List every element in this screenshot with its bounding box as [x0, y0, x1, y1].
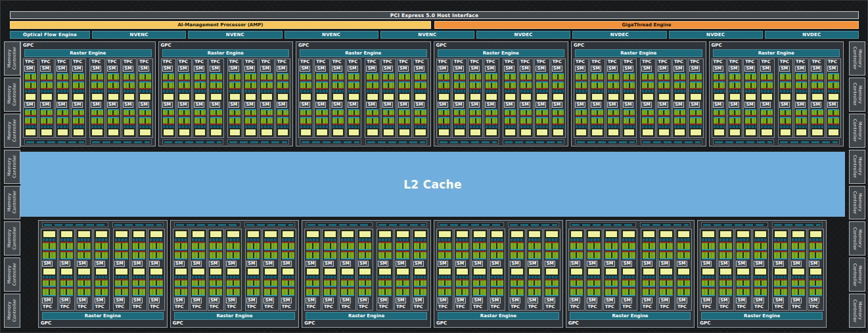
sm-label: SM — [536, 66, 546, 72]
sm-green-unit — [545, 288, 559, 296]
sm-green-unit — [576, 109, 587, 117]
sm-green-unit — [473, 279, 486, 288]
tpc-block: TPCSMSM — [245, 229, 262, 311]
dashed-teal-bar — [306, 222, 372, 227]
tpc-block: TPCSMSM — [752, 229, 769, 311]
teal-strip — [587, 249, 601, 250]
red-strip — [624, 88, 635, 89]
core-array — [505, 118, 516, 123]
sm-green-unit — [660, 251, 673, 259]
sm-green-unit — [247, 242, 260, 250]
sm-green-unit — [91, 73, 103, 81]
tpc-label: TPC — [210, 59, 222, 65]
core-array — [576, 118, 587, 123]
sm-block: SM — [773, 230, 788, 267]
teal-strip — [378, 258, 392, 259]
yellow-unit — [622, 268, 635, 275]
sm-label: SM — [791, 298, 802, 303]
teal-divider-bar — [78, 238, 91, 241]
teal-strip — [264, 249, 277, 250]
sm-green-unit — [43, 288, 56, 296]
teal-divider-bar — [348, 125, 359, 128]
core-array — [91, 83, 103, 88]
sm-header: SM — [348, 66, 360, 72]
teal-strip — [438, 249, 451, 250]
yellow-unit — [150, 231, 163, 238]
red-strip — [591, 115, 603, 116]
sm-label: SM — [689, 102, 700, 108]
sm-core-area — [504, 108, 516, 137]
sm-header: SM — [510, 261, 524, 267]
sm-green-unit — [139, 109, 150, 117]
sm-core-area — [162, 72, 175, 101]
memory-controller-block: Memory Controller — [849, 114, 865, 148]
teal-divider-bar — [796, 125, 807, 128]
teal-strip — [737, 295, 750, 296]
sm-green-unit — [163, 117, 174, 125]
sm-core-area — [438, 72, 450, 101]
gpu-die-diagram: { "title_bars": { "host_interface": "PCI… — [0, 0, 868, 333]
sm-label: SM — [744, 66, 755, 72]
teal-strip — [359, 258, 372, 259]
sm-label: SM — [57, 66, 67, 72]
sm-green-unit — [792, 288, 805, 296]
yellow-unit — [528, 231, 541, 238]
core-array — [576, 74, 587, 79]
sm-core-area — [42, 267, 57, 298]
teal-strip — [210, 249, 223, 250]
core-array — [528, 289, 541, 295]
core-array — [316, 83, 327, 88]
red-strip — [658, 88, 670, 89]
teal-divider-bar — [729, 90, 741, 93]
red-strip — [780, 115, 791, 116]
core-array — [43, 252, 56, 258]
tpc-block: TPCSMSM — [484, 58, 499, 138]
sm-core-area — [60, 267, 74, 298]
sm-green-unit — [210, 81, 221, 89]
sm-green-unit — [210, 288, 223, 296]
teal-strip — [622, 249, 635, 250]
sm-label: SM — [191, 298, 202, 303]
memory-controller-block: Memory Controller — [849, 186, 865, 220]
sm-green-unit — [192, 242, 205, 250]
yellow-unit — [25, 93, 36, 100]
sm-block: SM — [300, 102, 312, 137]
memory-controller-block: Memory Controller — [4, 114, 20, 148]
core-array — [454, 74, 465, 79]
sm-header: SM — [438, 102, 450, 108]
tpc-block: TPCSMSM — [412, 229, 429, 311]
red-strip — [124, 88, 135, 89]
red-strip — [438, 123, 449, 125]
yellow-unit — [754, 231, 767, 238]
sm-green-unit — [175, 242, 188, 250]
tpc-label: TPC — [40, 59, 53, 65]
core-array — [828, 118, 839, 123]
red-strip — [745, 88, 756, 89]
teal-divider-bar — [674, 90, 685, 93]
sm-label: SM — [438, 261, 448, 267]
sm-header: SM — [281, 298, 296, 303]
tpc-label: TPC — [744, 59, 757, 65]
teal-divider-bar — [486, 125, 497, 128]
sm-core-area — [472, 230, 487, 260]
sm-label: SM — [659, 261, 670, 267]
teal-divider-bar — [454, 125, 465, 128]
sm-core-area — [641, 72, 654, 101]
tpc-label: TPC — [24, 59, 37, 65]
sm-green-unit — [456, 279, 469, 288]
red-strip — [591, 88, 603, 89]
sm-header: SM — [674, 102, 686, 108]
sm-green-unit — [150, 279, 163, 288]
sm-green-unit — [811, 109, 823, 117]
core-array — [348, 118, 359, 123]
sm-green-unit — [608, 73, 619, 81]
sm-label: SM — [398, 66, 409, 72]
yellow-unit — [608, 93, 619, 100]
sm-header: SM — [132, 298, 147, 303]
core-array — [108, 83, 119, 88]
sm-green-unit — [454, 109, 465, 117]
sm-green-unit — [624, 81, 635, 89]
sm-block: SM — [178, 66, 191, 101]
teal-divider-bar — [316, 125, 327, 128]
sm-header: SM — [453, 102, 466, 108]
